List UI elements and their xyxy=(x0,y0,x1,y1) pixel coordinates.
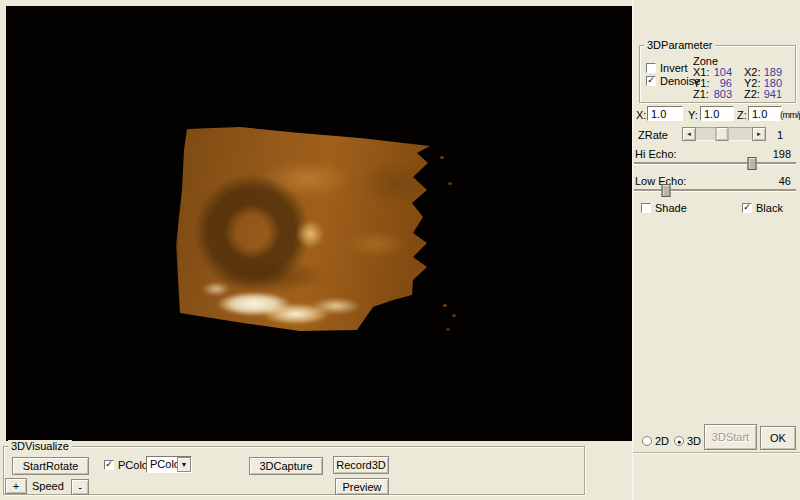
speed-label: Speed xyxy=(32,480,64,492)
visualize-bar: 3DVisualize StartRotate + Speed - ✓ PCol… xyxy=(0,441,632,500)
zrate-scrollbar[interactable]: ◄ ► xyxy=(682,127,766,141)
low-echo-value: 46 xyxy=(733,175,791,187)
scale-x-input[interactable] xyxy=(647,106,683,121)
parameter-groupbox: 3DParameter Invert ✓ Denoise Zone X1: 10… xyxy=(639,45,796,103)
scale-y-input[interactable] xyxy=(700,106,734,121)
checkbox-box: ✓ xyxy=(742,203,752,213)
low-echo-slider-thumb[interactable] xyxy=(662,184,671,197)
check-icon: ✓ xyxy=(105,460,113,469)
scroll-right-icon[interactable]: ► xyxy=(752,127,766,141)
speed-minus-button[interactable]: - xyxy=(71,479,89,495)
pcolor-dropdown[interactable]: PColor ▼ xyxy=(146,456,192,473)
scale-y-label: Y: xyxy=(688,109,698,121)
zrate-label: ZRate xyxy=(638,129,668,141)
hi-echo-value: 198 xyxy=(733,148,791,160)
hi-echo-slider-thumb[interactable] xyxy=(748,157,757,170)
pcolor-checkbox[interactable]: ✓ PColor xyxy=(104,459,152,471)
ultrasound-specks xyxy=(440,156,444,159)
zrate-scrollbar-track[interactable] xyxy=(696,127,752,141)
scale-z-label: Z: xyxy=(737,109,747,121)
panel-divider xyxy=(633,452,800,454)
zone-z2-value: 941 xyxy=(752,88,782,100)
mode-3d-label: 3D xyxy=(687,435,701,447)
scale-x-label: X: xyxy=(636,109,646,121)
checkbox-box xyxy=(641,203,651,213)
invert-checkbox[interactable]: Invert xyxy=(646,62,688,74)
radio-circle: ● xyxy=(674,436,684,446)
speed-plus-button[interactable]: + xyxy=(5,478,27,494)
visualize-groupbox: 3DVisualize StartRotate + Speed - ✓ PCol… xyxy=(3,446,585,495)
radio-circle xyxy=(642,436,652,446)
shade-checkbox[interactable]: Shade xyxy=(641,202,687,214)
render-viewport[interactable] xyxy=(6,6,632,441)
invert-label: Invert xyxy=(660,62,688,74)
hi-echo-label: Hi Echo: xyxy=(635,148,677,160)
low-echo-label: Low Echo: xyxy=(635,175,686,187)
parameter-panel: 3DParameter Invert ✓ Denoise Zone X1: 10… xyxy=(632,0,800,500)
dropdown-arrow-icon[interactable]: ▼ xyxy=(177,457,191,472)
3dcapture-button[interactable]: 3DCapture xyxy=(249,457,323,475)
zrate-scrollbar-thumb[interactable] xyxy=(716,127,729,141)
checkbox-box: ✓ xyxy=(104,460,114,470)
3dstart-button[interactable]: 3DStart xyxy=(704,424,757,450)
hi-echo-slider[interactable] xyxy=(634,162,796,165)
zone-z1-value: 803 xyxy=(700,88,732,100)
low-echo-slider[interactable] xyxy=(634,189,796,192)
visualize-groupbox-title: 3DVisualize xyxy=(8,440,72,452)
scale-z-input[interactable] xyxy=(748,106,782,121)
check-icon: ✓ xyxy=(743,203,751,212)
zrate-value: 1 xyxy=(777,129,783,141)
shade-label: Shade xyxy=(655,202,687,214)
record3d-button[interactable]: Record3D xyxy=(333,456,389,474)
preview-button[interactable]: Preview xyxy=(335,478,389,495)
parameter-groupbox-title: 3DParameter xyxy=(644,39,715,51)
ultrasound-volume xyxy=(176,124,432,334)
mode-2d-radio[interactable]: 2D xyxy=(642,435,669,447)
checkbox-box: ✓ xyxy=(646,76,656,86)
mode-2d-label: 2D xyxy=(655,435,669,447)
scale-unit-label: (mm/p) xyxy=(780,109,800,121)
black-label: Black xyxy=(756,202,783,214)
ok-button[interactable]: OK xyxy=(760,426,796,450)
radio-dot-icon: ● xyxy=(677,438,681,445)
check-icon: ✓ xyxy=(647,76,655,85)
scroll-left-icon[interactable]: ◄ xyxy=(682,127,696,141)
checkbox-box xyxy=(646,63,656,73)
mode-3d-radio[interactable]: ● 3D xyxy=(674,435,701,447)
black-checkbox[interactable]: ✓ Black xyxy=(742,202,783,214)
start-rotate-button[interactable]: StartRotate xyxy=(12,457,89,475)
app-window: 3DParameter Invert ✓ Denoise Zone X1: 10… xyxy=(0,0,800,500)
